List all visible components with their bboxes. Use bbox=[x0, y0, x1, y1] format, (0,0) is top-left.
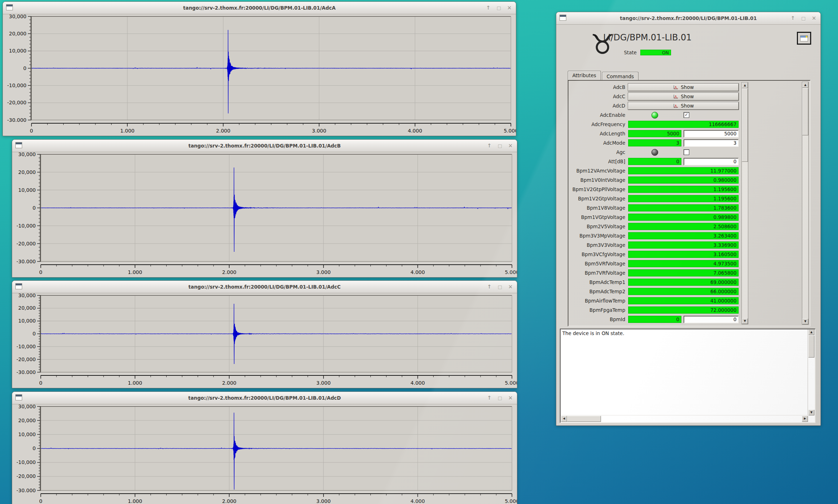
plot-window-title: tango://srv-2.thomx.fr:20000/LI/DG/BPM.0… bbox=[12, 392, 517, 404]
attribute-row-BpmAirflowTemp: BpmAirflowTemp 41.000000 bbox=[570, 296, 739, 305]
attribute-label: AdcB bbox=[570, 84, 625, 90]
attribute-checkbox[interactable]: ✓ bbox=[684, 112, 689, 118]
plot-window-title: tango://srv-2.thomx.fr:20000/LI/DG/BPM.0… bbox=[12, 140, 517, 152]
attribute-row-Bpm5VRfVoltage: Bpm5VRfVoltage 4.973500 bbox=[570, 259, 739, 268]
y-tick-label: 0 bbox=[33, 205, 36, 211]
show-button-label: Show bbox=[681, 84, 694, 90]
scrollbar-thumb[interactable] bbox=[567, 416, 601, 422]
status-console[interactable]: The device is in ON state. ▲ ▼ ◀ ▶ bbox=[560, 329, 815, 423]
x-tick-label: 5.000 bbox=[505, 269, 517, 275]
scroll-down-icon[interactable]: ▼ bbox=[742, 318, 748, 324]
maximize-button[interactable]: □ bbox=[497, 6, 501, 10]
attribute-checkbox[interactable] bbox=[684, 149, 689, 155]
waveform-chart[interactable]: 30,00020,00010,0000-10,000-20,000-30.000… bbox=[12, 152, 517, 277]
attribute-row-AdcEnable: AdcEnable ✓ bbox=[570, 110, 739, 120]
attribute-row-Bpm3V3Voltage: Bpm3V3Voltage 3.336900 bbox=[570, 240, 739, 250]
attribute-list-scrollbar[interactable]: ▲ ▼ bbox=[741, 82, 748, 324]
attribute-value-field: 69.000000 bbox=[628, 279, 739, 286]
shade-button[interactable]: ↑ bbox=[487, 284, 492, 290]
close-button[interactable]: × bbox=[508, 395, 513, 401]
maximize-button[interactable]: □ bbox=[801, 16, 805, 21]
waveform-chart[interactable]: 30,00020,00010,0000-10,000-20,000-30.000… bbox=[3, 14, 516, 136]
attribute-row-Bpm2V5Voltage: Bpm2V5Voltage 2.508600 bbox=[570, 222, 739, 231]
attribute-label: Bpm1V8Voltage bbox=[570, 205, 625, 211]
scroll-left-icon[interactable]: ◀ bbox=[561, 416, 567, 422]
tab-bar: Attributes Commands bbox=[568, 71, 640, 81]
open-window-button[interactable] bbox=[797, 32, 811, 45]
attribute-label: AdcC bbox=[570, 94, 625, 99]
scroll-down-icon[interactable]: ▼ bbox=[802, 319, 808, 324]
attribute-setter-input[interactable] bbox=[684, 130, 739, 138]
attribute-setter-input[interactable] bbox=[684, 316, 739, 323]
close-button[interactable]: × bbox=[508, 284, 513, 290]
show-attribute-button[interactable]: Show bbox=[628, 84, 739, 91]
close-button[interactable]: × bbox=[508, 143, 513, 149]
scrollbar-thumb[interactable] bbox=[742, 89, 748, 162]
y-tick-label: -20,000 bbox=[16, 241, 36, 246]
close-button[interactable]: × bbox=[812, 16, 816, 21]
maximize-button[interactable]: □ bbox=[498, 396, 502, 400]
y-tick-label: 30,000 bbox=[18, 404, 36, 409]
attribute-setter-input[interactable] bbox=[684, 158, 739, 165]
scroll-up-icon[interactable]: ▲ bbox=[802, 82, 808, 88]
attribute-setter-input[interactable] bbox=[684, 139, 739, 147]
x-tick-label: 1.000 bbox=[128, 380, 142, 386]
plot-window-titlebar[interactable]: tango://srv-2.thomx.fr:20000/LI/DG/BPM.0… bbox=[12, 392, 517, 404]
y-tick-label: 30,000 bbox=[9, 14, 26, 19]
state-label: State bbox=[624, 50, 637, 55]
shade-button[interactable]: ↑ bbox=[791, 16, 795, 21]
y-tick-label: -20,000 bbox=[16, 356, 36, 362]
attribute-label: AdcD bbox=[570, 103, 625, 109]
x-tick-label: 1.000 bbox=[128, 269, 142, 275]
panel-titlebar[interactable]: tango://srv-2.thomx.fr:20000/LI/DG/BPM.0… bbox=[556, 12, 820, 25]
plot-window-titlebar[interactable]: tango://srv-2.thomx.fr:20000/LI/DG/BPM.0… bbox=[12, 281, 517, 293]
attribute-row-Bpm7VRfVoltage: Bpm7VRfVoltage 7.065800 bbox=[570, 268, 739, 278]
tab-attributes[interactable]: Attributes bbox=[568, 71, 601, 81]
x-tick-label: 3.000 bbox=[312, 128, 326, 134]
plot-window-titlebar[interactable]: tango://srv-2.thomx.fr:20000/LI/DG/BPM.0… bbox=[12, 140, 517, 152]
trend-icon bbox=[673, 85, 678, 90]
plot-window-title: tango://srv-2.thomx.fr:20000/LI/DG/BPM.0… bbox=[3, 2, 516, 14]
attribute-row-AdcD: AdcD Show bbox=[570, 101, 739, 110]
attribute-row-AdcC: AdcC Show bbox=[570, 92, 739, 101]
y-tick-label: 10,000 bbox=[18, 431, 36, 437]
scroll-right-icon[interactable]: ▶ bbox=[802, 416, 808, 422]
scrollbar-thumb[interactable] bbox=[802, 88, 808, 135]
plot-window-AdcA: tango://srv-2.thomx.fr:20000/LI/DG/BPM.0… bbox=[3, 1, 516, 136]
attributes-panel-scrollbar[interactable]: ▲ ▼ bbox=[802, 82, 809, 325]
scrollbar-thumb[interactable] bbox=[808, 335, 814, 358]
attribute-label: BpmAdcTemp1 bbox=[570, 279, 625, 285]
shade-button[interactable]: ↑ bbox=[487, 143, 492, 149]
console-horizontal-scrollbar[interactable]: ◀ ▶ bbox=[561, 415, 808, 422]
y-tick-label: 0 bbox=[33, 331, 36, 336]
maximize-button[interactable]: □ bbox=[498, 144, 502, 148]
attribute-row-Bpm1VGtpVoltage: Bpm1VGtpVoltage 0.989800 bbox=[570, 213, 739, 222]
scroll-up-icon[interactable]: ▲ bbox=[808, 329, 814, 335]
x-tick-label: 5.000 bbox=[505, 380, 517, 386]
console-vertical-scrollbar[interactable]: ▲ ▼ bbox=[808, 329, 815, 415]
shade-button[interactable]: ↑ bbox=[486, 5, 491, 11]
scroll-up-icon[interactable]: ▲ bbox=[742, 83, 748, 88]
attribute-label: AdcFrequency bbox=[570, 121, 625, 127]
shade-button[interactable]: ↑ bbox=[487, 395, 492, 401]
waveform-chart[interactable]: 30,00020,00010,0000-10,000-20,000-30.000… bbox=[12, 404, 517, 504]
plot-window-titlebar[interactable]: tango://srv-2.thomx.fr:20000/LI/DG/BPM.0… bbox=[3, 2, 516, 14]
show-attribute-button[interactable]: Show bbox=[628, 102, 739, 110]
y-tick-label: 10,000 bbox=[9, 48, 26, 54]
attribute-row-Bpm1V8Voltage: Bpm1V8Voltage 1.783600 bbox=[570, 203, 739, 213]
attribute-value-field: 5000 bbox=[628, 130, 681, 137]
waveform-chart[interactable]: 30,00020,00010,0000-10,000-20,000-30.000… bbox=[12, 293, 517, 388]
show-attribute-button[interactable]: Show bbox=[628, 93, 739, 100]
maximize-button[interactable]: □ bbox=[498, 285, 502, 289]
y-tick-label: -30.000 bbox=[7, 117, 26, 123]
y-tick-label: 10,000 bbox=[18, 187, 36, 193]
attribute-value-field: 72.000000 bbox=[628, 306, 739, 314]
attribute-label: Bpm2V5Voltage bbox=[570, 224, 625, 229]
y-tick-label: 20,000 bbox=[18, 169, 36, 175]
attribute-value-field: 4.973500 bbox=[628, 260, 739, 267]
y-tick-label: 20,000 bbox=[18, 305, 36, 311]
scroll-down-icon[interactable]: ▼ bbox=[808, 410, 814, 415]
mini-window-icon bbox=[800, 35, 808, 41]
close-button[interactable]: × bbox=[507, 5, 512, 11]
attribute-value-field: 11.977000 bbox=[628, 167, 739, 174]
